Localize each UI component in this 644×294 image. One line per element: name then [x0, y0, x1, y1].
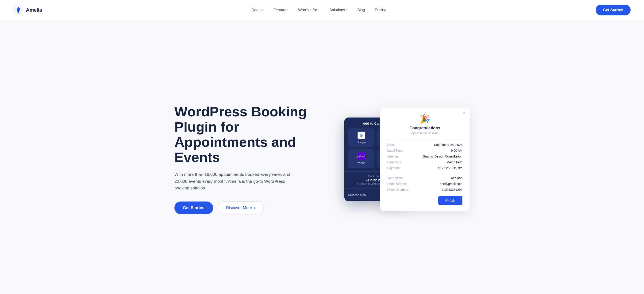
congrats-card: × 🎉 Congratulations Appointment ID #200 … — [380, 107, 470, 211]
congrats-row: Service: Graphic Design Consultation — [387, 155, 462, 158]
hero-discover-more-button[interactable]: Discover More › — [218, 201, 264, 215]
congrats-row: Date: September 24, 2024 — [387, 143, 462, 147]
hero-get-started-button[interactable]: Get Started — [174, 202, 213, 214]
congrats-row-label: Your Name: — [387, 176, 404, 180]
congrats-row: Phone Number: +12013331294 — [387, 188, 462, 191]
arrow-right-icon: › — [254, 205, 255, 211]
calendar-yahoo-button[interactable]: yahoo! Yahoo — [348, 149, 374, 168]
hero-right: Add to Calendar G Google Ol Outlook — [318, 108, 470, 211]
nav-get-started-button[interactable]: Get Started — [596, 5, 630, 15]
logo-icon — [14, 5, 23, 15]
congrats-row: Email Address: ann@gmail.com — [387, 182, 462, 186]
collapse-menu-label: Collapse menu — [348, 193, 368, 197]
logo-text: Amelia — [26, 7, 42, 13]
divider — [387, 173, 462, 173]
congrats-row-value: $125.25 - On-site — [438, 166, 462, 170]
congrats-row-value: +12013331294 — [442, 188, 462, 191]
hero-section: WordPress Booking Plugin for Appointment… — [161, 20, 483, 294]
congrats-row-value: ann@gmail.com — [440, 182, 462, 186]
chevron-down-icon: ▾ — [318, 8, 320, 12]
congrats-top: 🎉 Congratulations Appointment ID #200 — [387, 114, 462, 135]
finish-button[interactable]: Finish — [438, 196, 462, 205]
chevron-down-icon: ▾ — [346, 8, 348, 12]
congrats-row: Employee: Marco Polo — [387, 160, 462, 164]
congrats-subtitle: Appointment ID #200 — [387, 131, 462, 135]
congrats-row-value: September 24, 2024 — [434, 143, 462, 147]
calendar-google-button[interactable]: G Google — [348, 128, 374, 147]
navbar: Amelia Demos Features Who's it for ▾ Sol… — [0, 0, 644, 20]
congrats-footer: Finish — [387, 196, 462, 205]
google-label: Google — [357, 141, 366, 144]
congrats-row: Payment: $125.25 - On-site — [387, 166, 462, 170]
hero-subtitle: With more than 16,000 appointments booke… — [174, 171, 300, 191]
congrats-title: Congratulations — [387, 126, 462, 130]
nav-item-whos-it-for[interactable]: Who's it for ▾ — [298, 8, 320, 12]
hero-buttons: Get Started Discover More › — [174, 201, 318, 215]
congrats-row-value: Marco Polo — [446, 160, 462, 164]
nav-item-solutions[interactable]: Solutions ▾ — [330, 8, 348, 12]
congrats-emoji: 🎉 — [387, 114, 462, 124]
yahoo-icon: yahoo! — [358, 152, 365, 160]
congrats-row-value: Graphic Design Consultation — [422, 155, 462, 158]
logo[interactable]: Amelia — [14, 5, 42, 15]
nav-item-blog[interactable]: Blog — [357, 8, 365, 12]
close-icon[interactable]: × — [463, 111, 465, 116]
congrats-row-value: ann doe — [451, 176, 462, 180]
nav-item-pricing[interactable]: Pricing — [375, 8, 386, 12]
congrats-row-value: 9:00 AM — [451, 149, 462, 152]
congrats-row-label: Service: — [387, 155, 399, 158]
congrats-row: Local Time: 9:00 AM — [387, 149, 462, 152]
hero-title: WordPress Booking Plugin for Appointment… — [174, 104, 318, 165]
congrats-row-label: Phone Number: — [387, 188, 409, 191]
nav-item-features[interactable]: Features — [273, 8, 288, 12]
congrats-rows: Date: September 24, 2024 Local Time: 9:0… — [387, 143, 462, 191]
yahoo-label: Yahoo — [357, 161, 366, 165]
congrats-row-label: Employee: — [387, 160, 402, 164]
congrats-row-label: Payment: — [387, 166, 400, 170]
google-icon: G — [358, 132, 365, 139]
congrats-row-label: Local Time: — [387, 149, 404, 152]
congrats-row-label: Email Address: — [387, 182, 408, 186]
nav-item-demos[interactable]: Demos — [252, 8, 264, 12]
congrats-row: Your Name: ann doe — [387, 176, 462, 180]
divider — [387, 140, 462, 140]
congrats-row-label: Date: — [387, 143, 395, 147]
hero-left: WordPress Booking Plugin for Appointment… — [174, 104, 318, 215]
nav-links: Demos Features Who's it for ▾ Solutions … — [252, 8, 386, 12]
